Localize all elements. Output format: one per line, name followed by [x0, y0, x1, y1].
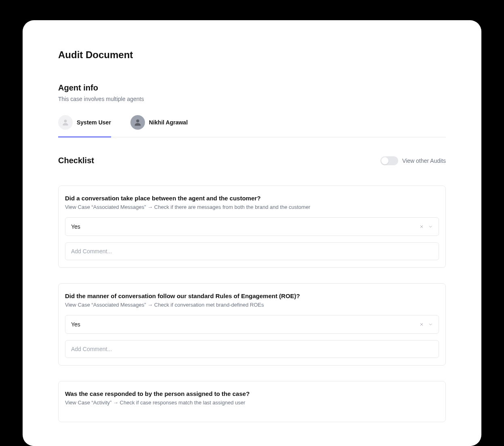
checklist-item: Was the case responded to by the person …: [58, 381, 446, 422]
chevron-down-icon[interactable]: [428, 224, 433, 229]
checklist-item: Did the manner of conversation follow ou…: [58, 283, 446, 366]
view-other-audits-label: View other Audits: [402, 158, 446, 164]
content-area: Audit Document Agent info This case invo…: [23, 20, 481, 422]
checklist-question: Was the case responded to by the person …: [65, 390, 439, 397]
checklist-item: Did a conversation take place between th…: [58, 185, 446, 268]
tab-nikhil-agrawal[interactable]: Nikhil Agrawal: [130, 112, 188, 137]
answer-select[interactable]: Yes: [65, 315, 439, 334]
person-icon: [133, 118, 142, 127]
agent-info-heading: Agent info: [58, 83, 446, 93]
bottom-fade: [23, 436, 481, 446]
agent-info-subtitle: This case involves multiple agents: [58, 96, 446, 102]
comment-input[interactable]: Add Comment...: [65, 242, 439, 260]
svg-point-0: [64, 120, 67, 122]
clear-icon[interactable]: [419, 224, 424, 229]
select-icons: [419, 224, 433, 229]
checklist-question: Did a conversation take place between th…: [65, 195, 439, 202]
select-icons: [419, 322, 433, 327]
view-other-audits-control: View other Audits: [380, 156, 446, 165]
comment-placeholder: Add Comment...: [71, 248, 112, 255]
person-icon: [61, 118, 69, 126]
app-window: Audit Document Agent info This case invo…: [23, 20, 481, 446]
tab-label: System User: [77, 119, 111, 126]
view-other-audits-toggle[interactable]: [380, 156, 398, 165]
comment-input[interactable]: Add Comment...: [65, 340, 439, 358]
page-title: Audit Document: [58, 49, 446, 61]
tab-label: Nikhil Agrawal: [149, 119, 188, 126]
checklist-hint: View Case “Associated Messages” → Check …: [65, 302, 439, 308]
tab-system-user[interactable]: System User: [58, 112, 111, 137]
checklist-header: Checklist View other Audits: [58, 156, 446, 165]
answer-select[interactable]: Yes: [65, 217, 439, 236]
checklist-heading: Checklist: [58, 156, 94, 165]
chevron-down-icon[interactable]: [428, 322, 433, 327]
clear-icon[interactable]: [419, 322, 424, 327]
svg-point-1: [136, 120, 139, 122]
answer-value: Yes: [71, 223, 80, 230]
avatar: [58, 115, 73, 130]
checklist-question: Did the manner of conversation follow ou…: [65, 292, 439, 299]
checklist-hint: View Case “Associated Messages” → Check …: [65, 204, 439, 210]
checklist-hint: View Case “Activity” → Check if case res…: [65, 400, 439, 406]
avatar: [130, 115, 145, 130]
agent-tabs: System User Nikhil Agrawal: [58, 112, 446, 137]
comment-placeholder: Add Comment...: [71, 346, 112, 352]
answer-value: Yes: [71, 321, 80, 328]
